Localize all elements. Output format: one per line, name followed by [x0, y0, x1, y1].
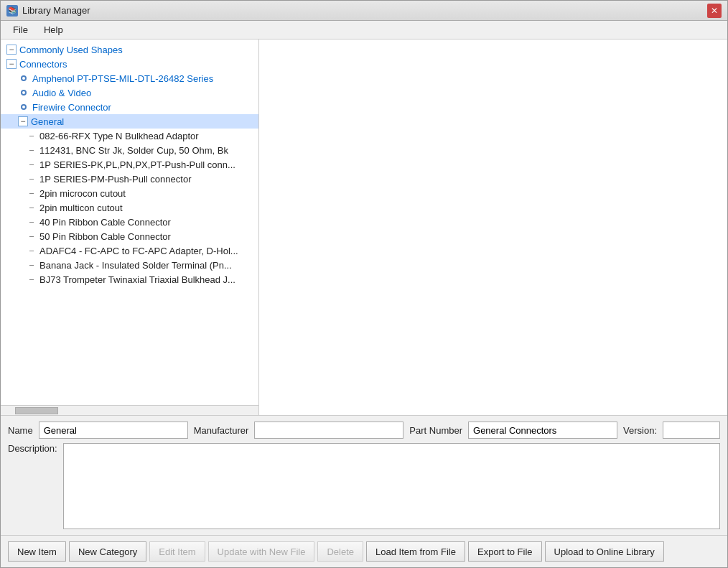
tree-node-2pin-multi[interactable]: 2pin multicon cutout: [1, 200, 258, 215]
main-content: − Commonly Used Shapes − Connectors Amph…: [1, 39, 727, 415]
close-button[interactable]: ✕: [707, 4, 722, 18]
tree-node-connectors[interactable]: − Connectors: [1, 57, 258, 71]
tree-node-082[interactable]: 082-66-RFX Type N Bulkhead Adaptor: [1, 129, 258, 143]
new-item-button[interactable]: New Item: [8, 541, 66, 562]
leaf-dash-082: [29, 136, 34, 136]
details-main-row: Name Manufacturer Part Number Version:: [8, 422, 720, 439]
tree-label-bj73: BJ73 Trompeter Twinaxial Triaxial Bulkhe…: [37, 274, 235, 285]
new-category-button[interactable]: New Category: [69, 541, 146, 562]
tree-label-2pin-multi: 2pin multicon cutout: [37, 202, 123, 213]
tree-node-commonly-used-shapes[interactable]: − Commonly Used Shapes: [1, 42, 258, 57]
tree-expander-amphenol[interactable]: [18, 73, 29, 84]
name-input[interactable]: [39, 422, 188, 439]
update-with-new-file-button[interactable]: Update with New File: [208, 541, 315, 562]
tree-label-commonly-used: Commonly Used Shapes: [17, 45, 123, 55]
tree-label-1p-pm: 1P SERIES-PM-Push-Pull connector: [37, 174, 191, 185]
export-to-file-button[interactable]: Export to File: [468, 541, 542, 562]
leaf-dash-1p-pm: [29, 179, 34, 180]
tree-node-50pin[interactable]: 50 Pin Ribbon Cable Connector: [1, 229, 258, 243]
tree-node-amphenol[interactable]: Amphenol PT-PTSE-MIL-DTL-26482 Series: [1, 71, 258, 85]
edit-item-button[interactable]: Edit Item: [149, 541, 205, 562]
manufacturer-label: Manufacturer: [194, 425, 249, 436]
version-input[interactable]: [663, 422, 720, 439]
tree-node-40pin[interactable]: 40 Pin Ribbon Cable Connector: [1, 215, 258, 229]
right-panel: [259, 39, 727, 415]
preview-area: [259, 39, 727, 415]
leaf-dash-bj73: [29, 279, 34, 280]
window-title: Library Manager: [22, 5, 90, 16]
load-item-from-file-button[interactable]: Load Item from File: [366, 541, 465, 562]
delete-button[interactable]: Delete: [317, 541, 363, 562]
tree-label-firewire: Firewire Connector: [29, 102, 111, 113]
tree-label-adafc4: ADAFC4 - FC-APC to FC-APC Adapter, D-Hol…: [37, 246, 238, 256]
tree-node-bj73[interactable]: BJ73 Trompeter Twinaxial Triaxial Bulkhe…: [1, 272, 258, 287]
menu-file[interactable]: File: [6, 22, 34, 37]
description-row: Description:: [8, 443, 720, 529]
tree-expander-connectors[interactable]: −: [6, 59, 17, 69]
leaf-dash-1p-pk: [29, 164, 34, 165]
upload-to-online-library-button[interactable]: Upload to Online Library: [545, 541, 664, 562]
tree-content: − Commonly Used Shapes − Connectors Amph…: [1, 39, 258, 289]
tree-node-112431[interactable]: 112431, BNC Str Jk, Solder Cup, 50 Ohm, …: [1, 143, 258, 157]
tree-label-amphenol: Amphenol PT-PTSE-MIL-DTL-26482 Series: [29, 73, 213, 84]
tree-dot-firewire: [21, 104, 27, 110]
tree-scroll[interactable]: − Commonly Used Shapes − Connectors Amph…: [1, 39, 258, 405]
name-label: Name: [8, 425, 33, 436]
tree-label-audio-video: Audio & Video: [29, 88, 91, 98]
tree-node-banana[interactable]: Banana Jack - Insulated Solder Terminal …: [1, 258, 258, 272]
tree-label-1p-pk: 1P SERIES-PK,PL,PN,PX,PT-Push-Pull conn.…: [37, 159, 235, 170]
tree-node-2pin-micro[interactable]: 2pin microcon cutout: [1, 186, 258, 200]
part-number-input[interactable]: [468, 422, 617, 439]
tree-label-connectors: Connectors: [17, 59, 67, 70]
tree-label-banana: Banana Jack - Insulated Solder Terminal …: [37, 260, 232, 271]
tree-dot-amphenol: [21, 75, 27, 81]
menu-help[interactable]: Help: [37, 22, 70, 37]
tree-node-audio-video[interactable]: Audio & Video: [1, 85, 258, 100]
tree-expander-commonly-used[interactable]: −: [6, 45, 17, 55]
leaf-dash-112431: [29, 150, 34, 151]
title-bar: 📚 Library Manager ✕: [1, 1, 727, 21]
tree-node-1p-pm[interactable]: 1P SERIES-PM-Push-Pull connector: [1, 172, 258, 186]
description-label: Description:: [8, 443, 57, 454]
tree-label-082: 082-66-RFX Type N Bulkhead Adaptor: [37, 131, 199, 141]
tree-expander-audio-video[interactable]: [18, 87, 29, 98]
tree-node-1p-pk[interactable]: 1P SERIES-PK,PL,PN,PX,PT-Push-Pull conn.…: [1, 157, 258, 172]
tree-panel: − Commonly Used Shapes − Connectors Amph…: [1, 39, 259, 415]
tree-node-general[interactable]: − General: [1, 114, 258, 129]
part-number-label: Part Number: [409, 425, 462, 436]
tree-dot-audio-video: [21, 90, 27, 96]
tree-label-2pin-micro: 2pin microcon cutout: [37, 188, 126, 199]
library-manager-window: 📚 Library Manager ✕ File Help − Commonly…: [0, 0, 728, 568]
tree-label-40pin: 40 Pin Ribbon Cable Connector: [37, 217, 171, 228]
title-bar-left: 📚 Library Manager: [6, 5, 90, 17]
leaf-dash-2pin-multi: [29, 208, 34, 208]
hscroll-thumb[interactable]: [15, 407, 58, 414]
app-icon: 📚: [6, 5, 18, 17]
tree-label-50pin: 50 Pin Ribbon Cable Connector: [37, 231, 171, 242]
version-label: Version:: [623, 425, 657, 436]
tree-label-112431: 112431, BNC Str Jk, Solder Cup, 50 Ohm, …: [37, 145, 228, 156]
tree-node-firewire[interactable]: Firewire Connector: [1, 100, 258, 114]
leaf-dash-50pin: [29, 236, 34, 237]
tree-expander-general[interactable]: −: [18, 116, 28, 126]
leaf-dash-2pin-micro: [29, 193, 34, 194]
tree-node-adafc4[interactable]: ADAFC4 - FC-APC to FC-APC Adapter, D-Hol…: [1, 243, 258, 258]
leaf-dash-adafc4: [29, 251, 34, 251]
tree-horizontal-scrollbar[interactable]: [1, 405, 258, 415]
manufacturer-input[interactable]: [254, 422, 403, 439]
description-textarea[interactable]: [63, 443, 720, 529]
bottom-toolbar: New Item New Category Edit Item Update w…: [1, 535, 727, 567]
details-panel: Name Manufacturer Part Number Version: D…: [1, 415, 727, 535]
tree-expander-firewire[interactable]: [18, 101, 29, 113]
tree-label-general: General: [28, 116, 64, 127]
menu-bar: File Help: [1, 21, 727, 39]
leaf-dash-banana: [29, 265, 34, 266]
leaf-dash-40pin: [29, 222, 34, 223]
